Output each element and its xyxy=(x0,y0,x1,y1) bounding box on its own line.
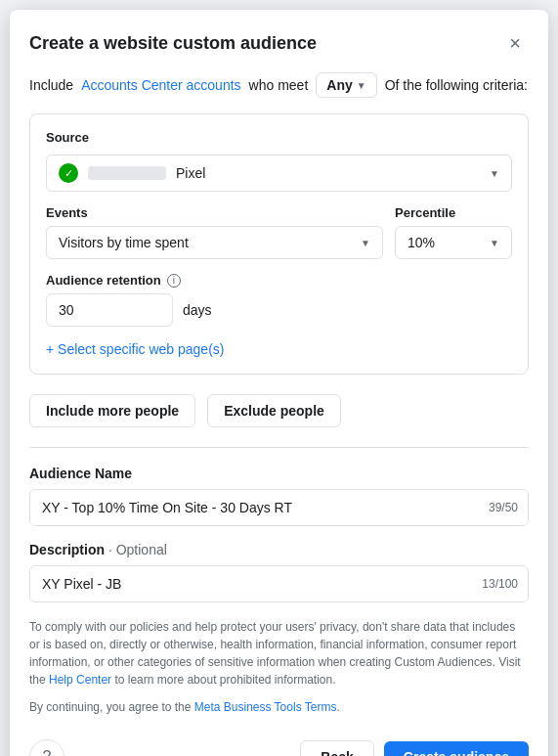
modal-title: Create a website custom audience xyxy=(29,33,317,54)
create-audience-button[interactable]: Create audience xyxy=(384,741,529,756)
retention-label-row: Audience retention i xyxy=(46,273,512,288)
source-left: ✓ Pixel xyxy=(59,163,205,183)
close-button[interactable]: × xyxy=(501,29,529,57)
percentile-dropdown[interactable]: 10% ▼ xyxy=(395,226,512,259)
events-percentile-row: Events Visitors by time spent ▼ Percenti… xyxy=(46,205,512,259)
action-buttons-row: Include more people Exclude people xyxy=(29,394,529,427)
any-label: Any xyxy=(326,77,352,93)
events-chevron-icon: ▼ xyxy=(361,238,370,248)
source-dropdown[interactable]: ✓ Pixel ▼ xyxy=(46,155,512,192)
retention-input-row: days xyxy=(46,293,512,327)
audience-name-char-count: 39/50 xyxy=(489,501,518,514)
any-dropdown[interactable]: Any ▼ xyxy=(316,72,376,98)
help-center-link[interactable]: Help Center xyxy=(49,673,111,687)
terms-text-start: By continuing, you agree to the xyxy=(29,700,191,714)
include-text: Include xyxy=(29,77,73,93)
retention-input[interactable] xyxy=(46,293,173,327)
audience-name-section: Audience Name 39/50 xyxy=(29,466,529,526)
description-label: Description · Optional xyxy=(29,542,529,557)
pixel-text: Pixel xyxy=(176,165,205,181)
footer-right: Back Create audience xyxy=(300,740,529,756)
modal-footer: ? Back Create audience xyxy=(29,732,529,756)
policy-text-end: to learn more about prohibited informati… xyxy=(114,673,335,687)
description-input-wrapper: 13/100 xyxy=(29,565,529,602)
percentile-label: Percentile xyxy=(395,205,512,220)
events-field-group: Events Visitors by time spent ▼ xyxy=(46,205,383,259)
events-selected: Visitors by time spent xyxy=(59,235,189,250)
include-more-button[interactable]: Include more people xyxy=(29,394,195,427)
info-icon[interactable]: i xyxy=(167,274,181,288)
description-label-text: Description xyxy=(29,542,105,557)
exclude-people-button[interactable]: Exclude people xyxy=(207,394,341,427)
divider xyxy=(29,447,529,448)
optional-text: · Optional xyxy=(108,542,167,557)
modal-container: Create a website custom audience × Inclu… xyxy=(10,10,548,756)
source-label: Source xyxy=(46,130,512,145)
audience-name-input-wrapper: 39/50 xyxy=(29,489,529,526)
days-text: days xyxy=(183,302,212,318)
description-input[interactable] xyxy=(30,566,528,601)
check-icon: ✓ xyxy=(64,167,73,180)
criteria-row: Include Accounts Center accounts who mee… xyxy=(29,72,529,98)
description-char-count: 13/100 xyxy=(482,577,518,591)
events-label: Events xyxy=(46,205,383,220)
who-meet-text: who meet xyxy=(249,77,309,93)
percentile-selected: 10% xyxy=(408,235,435,250)
of-following-text: Of the following criteria: xyxy=(385,77,528,93)
percentile-chevron-icon: ▼ xyxy=(490,238,499,248)
audience-name-input[interactable] xyxy=(30,490,528,525)
audience-name-label: Audience Name xyxy=(29,466,529,481)
check-circle-icon: ✓ xyxy=(59,163,78,183)
source-chevron-icon: ▼ xyxy=(490,168,499,179)
chevron-down-icon: ▼ xyxy=(357,80,366,91)
events-dropdown[interactable]: Visitors by time spent ▼ xyxy=(46,226,383,259)
source-card: Source ✓ Pixel ▼ Events Visitors by time… xyxy=(29,113,529,375)
question-mark-icon: ? xyxy=(43,748,52,756)
terms-text: By continuing, you agree to the Meta Bus… xyxy=(29,698,529,716)
accounts-center-link[interactable]: Accounts Center accounts xyxy=(81,77,240,93)
description-section: Description · Optional 13/100 xyxy=(29,542,529,602)
pixel-name-placeholder xyxy=(88,166,166,180)
terms-period: . xyxy=(336,700,339,714)
audience-retention-section: Audience retention i days xyxy=(46,273,512,327)
help-button[interactable]: ? xyxy=(29,739,64,756)
percentile-field-group: Percentile 10% ▼ xyxy=(395,205,512,259)
back-button[interactable]: Back xyxy=(300,740,373,756)
retention-label: Audience retention xyxy=(46,273,161,288)
select-pages-link[interactable]: + Select specific web page(s) xyxy=(46,341,224,357)
meta-terms-link[interactable]: Meta Business Tools Terms xyxy=(194,700,337,714)
modal-header: Create a website custom audience × xyxy=(29,29,529,57)
policy-text: To comply with our policies and help pro… xyxy=(29,618,529,689)
